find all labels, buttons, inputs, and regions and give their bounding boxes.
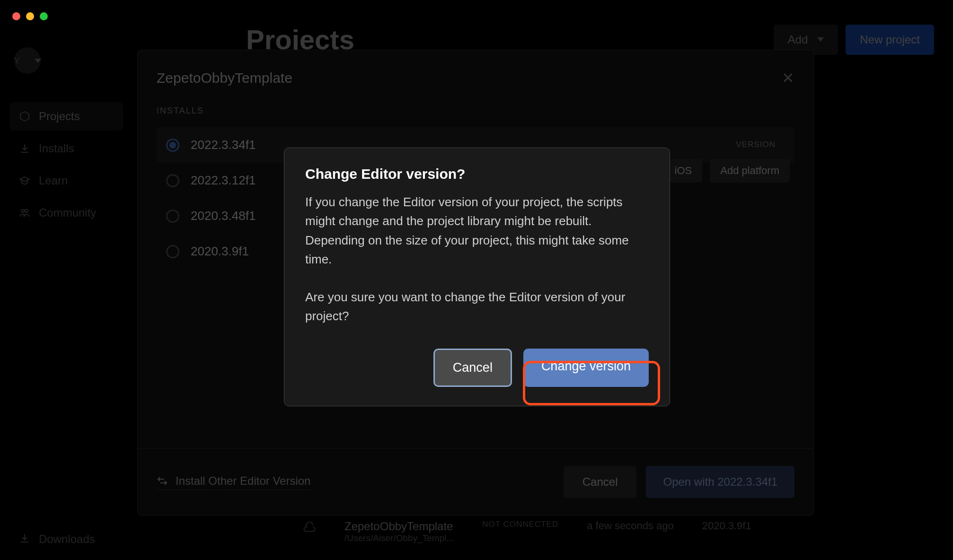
download-icon <box>19 533 30 544</box>
project-path: /Users/Aiser/Obby_Templ... <box>344 533 454 543</box>
install-version: 2022.3.12f1 <box>191 173 256 188</box>
avatar-initial: Y <box>14 55 20 66</box>
chevron-down-icon <box>817 37 824 42</box>
maximize-window-icon[interactable] <box>40 12 48 20</box>
install-version: 2020.3.9f1 <box>191 244 249 259</box>
radio-icon[interactable] <box>166 210 179 223</box>
sidebar-item-learn[interactable]: Learn <box>9 166 123 195</box>
close-window-icon[interactable] <box>12 12 20 20</box>
modal-title: ZepetoObbyTemplate <box>157 70 292 86</box>
install-version: 2020.3.48f1 <box>191 209 256 223</box>
project-status: NOT CONNECTED <box>482 520 558 543</box>
svg-point-1 <box>25 210 28 212</box>
install-other-link[interactable]: Install Other Editor Version <box>157 474 310 490</box>
project-version: 2020.3.9f1 <box>702 520 751 543</box>
column-header-version: VERSION <box>736 140 776 149</box>
sidebar-item-downloads[interactable]: Downloads <box>19 533 95 546</box>
sidebar: Y Projects Installs Learn Community <box>0 28 132 250</box>
radio-icon[interactable] <box>166 174 179 187</box>
download-icon <box>19 143 30 154</box>
graduation-icon <box>19 175 30 186</box>
close-icon[interactable]: ✕ <box>782 69 794 87</box>
cloud-icon <box>303 520 316 533</box>
install-version: 2022.3.34f1 <box>191 138 256 152</box>
sidebar-item-installs[interactable]: Installs <box>9 134 123 163</box>
chevron-down-icon <box>35 59 41 63</box>
dialog-cancel-button[interactable]: Cancel <box>433 349 512 387</box>
sidebar-item-projects[interactable]: Projects <box>9 102 123 131</box>
minimize-window-icon[interactable] <box>26 12 34 20</box>
project-name: ZepetoObbyTemplate <box>344 520 454 533</box>
project-row: ZepetoObbyTemplate /Users/Aiser/Obby_Tem… <box>303 520 751 543</box>
dialog-body-2: Are you sure you want to change the Edit… <box>305 288 649 326</box>
dialog-confirm-button[interactable]: Change version <box>523 349 649 387</box>
dialog-body-1: If you change the Editor version of your… <box>305 192 649 269</box>
install-other-label: Install Other Editor Version <box>176 474 310 488</box>
window-controls <box>12 12 48 20</box>
sidebar-item-label: Community <box>39 206 96 219</box>
open-with-button[interactable]: Open with 2022.3.34f1 <box>646 466 794 498</box>
svg-point-0 <box>21 210 24 212</box>
downloads-label: Downloads <box>39 533 95 546</box>
dialog-title: Change Editor version? <box>305 166 649 182</box>
add-label: Add <box>788 33 808 46</box>
swap-icon <box>157 475 168 487</box>
radio-icon[interactable] <box>166 245 179 258</box>
sidebar-item-label: Installs <box>39 142 74 155</box>
sidebar-item-community[interactable]: Community <box>9 199 123 227</box>
sidebar-item-label: Learn <box>39 174 68 187</box>
new-project-button[interactable]: New project <box>846 25 934 55</box>
sidebar-item-label: Projects <box>39 110 80 123</box>
project-modified: a few seconds ago <box>587 520 673 543</box>
radio-icon[interactable] <box>166 139 179 152</box>
avatar[interactable]: Y <box>14 47 41 74</box>
confirm-dialog: Change Editor version? If you change the… <box>284 148 670 406</box>
people-icon <box>19 207 30 219</box>
cube-icon <box>19 111 30 122</box>
add-platform-button[interactable]: Add platform <box>710 159 790 183</box>
installs-section-label: INSTALLS <box>157 106 794 116</box>
cancel-button[interactable]: Cancel <box>564 466 637 498</box>
